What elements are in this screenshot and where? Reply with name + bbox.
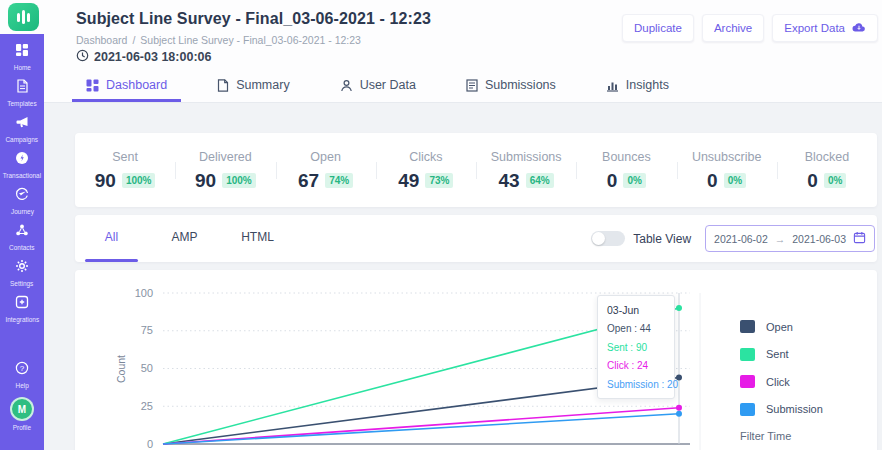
table-view-label: Table View xyxy=(633,232,691,246)
sidebar-item-label: Journey xyxy=(11,208,34,214)
stat-percent-badge: 73% xyxy=(425,173,453,188)
tooltip-row-sent: Sent : 90 xyxy=(607,342,674,353)
sidebar-item-label: Help xyxy=(15,382,28,388)
sidebar-item-label: Contacts xyxy=(9,244,34,250)
stat-delivered: Delivered 90100% xyxy=(175,149,275,192)
tab-label: Submissions xyxy=(485,78,556,92)
export-data-button[interactable]: Export Data xyxy=(772,14,878,42)
logo-bar xyxy=(27,13,30,22)
stats-summary-card: Sent 90100% Delivered 90100% Open 6774% … xyxy=(75,133,877,207)
stat-label: Clicks xyxy=(376,150,476,164)
legend-item-submission[interactable]: Submission xyxy=(740,403,823,416)
stat-percent-badge: 64% xyxy=(526,173,554,188)
engagement-chart-card: 0255075100Count 03-Jun Open : 44 Sent : … xyxy=(75,270,877,450)
filter-right-controls: Table View 2021-06-02 → 2021-06-03 xyxy=(591,215,875,262)
tab-label: User Data xyxy=(360,78,416,92)
stat-label: Delivered xyxy=(175,150,275,164)
stat-value: 90 xyxy=(95,170,116,192)
legend-swatch xyxy=(740,403,755,416)
subtab-all[interactable]: All xyxy=(75,215,148,262)
stat-percent-badge: 0% xyxy=(824,173,846,188)
people-network-icon xyxy=(15,223,29,241)
gear-icon xyxy=(15,259,29,277)
tab-submissions[interactable]: Submissions xyxy=(452,78,570,102)
sidebar-item-contacts[interactable]: Contacts xyxy=(0,223,44,251)
date-start: 2021-06-02 xyxy=(714,233,768,245)
date-end: 2021-06-03 xyxy=(792,233,846,245)
tooltip-row-click: Click : 24 xyxy=(607,360,674,371)
tab-user-data[interactable]: User Data xyxy=(326,78,430,102)
sidebar-item-journey[interactable]: Journey xyxy=(0,187,44,215)
paper-plane-icon xyxy=(15,187,29,205)
table-view-toggle[interactable] xyxy=(591,231,625,246)
mailmodo-logo[interactable] xyxy=(8,3,39,31)
sidebar-item-label: Settings xyxy=(10,280,33,286)
legend-item-open[interactable]: Open xyxy=(740,320,823,333)
date-range-arrow: → xyxy=(775,233,786,245)
stat-percent-badge: 100% xyxy=(122,173,156,188)
chart-filter-card: All AMP HTML Table View 2021-06-02 → 202… xyxy=(75,215,877,262)
sidebar-item-settings[interactable]: Settings xyxy=(0,259,44,287)
stat-value: 0 xyxy=(707,170,718,192)
header-actions: Duplicate Archive Export Data xyxy=(622,14,878,42)
sidebar-item-label: Templates xyxy=(7,100,36,106)
avatar-icon: M xyxy=(10,397,34,421)
sidebar-item-home[interactable]: Home xyxy=(0,43,44,71)
sidebar-item-help[interactable]: ? Help xyxy=(0,361,44,389)
legend-swatch xyxy=(740,320,755,333)
sidebar-item-label: Integrations xyxy=(5,316,39,322)
stat-clicks: Clicks 4973% xyxy=(376,149,476,192)
svg-text:75: 75 xyxy=(141,324,153,336)
svg-text:50: 50 xyxy=(141,362,153,374)
tab-dashboard[interactable]: Dashboard xyxy=(72,78,181,102)
sidebar-item-integrations[interactable]: Integrations xyxy=(0,295,44,323)
main-tabs: Dashboard Summary User Data Submissions … xyxy=(72,78,683,102)
campaign-timestamp: 2021-06-03 18:00:06 xyxy=(76,49,211,65)
svg-text:?: ? xyxy=(20,364,25,373)
legend-label: Sent xyxy=(766,348,789,360)
stat-percent-badge: 0% xyxy=(724,173,746,188)
stat-value: 67 xyxy=(298,170,319,192)
breadcrumb-root[interactable]: Dashboard xyxy=(76,34,127,46)
stat-label: Unsubscribe xyxy=(677,150,777,164)
tab-label: Summary xyxy=(236,78,289,92)
duplicate-button[interactable]: Duplicate xyxy=(622,14,694,42)
tab-label: Dashboard xyxy=(106,78,167,92)
date-range-picker[interactable]: 2021-06-02 → 2021-06-03 xyxy=(705,225,875,252)
person-icon xyxy=(340,79,353,92)
toggle-knob xyxy=(592,232,605,245)
legend-label: Submission xyxy=(766,403,823,415)
tab-summary[interactable]: Summary xyxy=(203,78,303,102)
stat-value: 43 xyxy=(499,170,520,192)
bar-chart-icon xyxy=(606,79,619,92)
sidebar-item-profile[interactable]: M Profile xyxy=(0,397,44,431)
sidebar-item-templates[interactable]: Templates xyxy=(0,79,44,107)
cloud-download-icon xyxy=(852,21,866,35)
page-title: Subject Line Survey - Final_03-06-2021 -… xyxy=(76,10,431,28)
chart-tooltip: 03-Jun Open : 44 Sent : 90 Click : 24 Su… xyxy=(597,295,675,399)
tab-insights[interactable]: Insights xyxy=(592,78,683,102)
svg-text:100: 100 xyxy=(135,287,153,299)
legend-item-sent[interactable]: Sent xyxy=(740,348,823,361)
stat-open: Open 6774% xyxy=(276,149,376,192)
chart-legend: Open Sent Click Submission xyxy=(740,320,823,430)
stat-value: 90 xyxy=(195,170,216,192)
page-header: Subject Line Survey - Final_03-06-2021 -… xyxy=(0,0,882,103)
legend-item-click[interactable]: Click xyxy=(740,375,823,388)
archive-button[interactable]: Archive xyxy=(702,14,764,42)
stat-label: Submissions xyxy=(476,150,576,164)
grid-icon xyxy=(15,43,29,61)
sidebar-nav: Home Templates Campaigns Transactional J… xyxy=(0,34,44,450)
subtab-amp[interactable]: AMP xyxy=(148,215,221,262)
stat-unsubscribe: Unsubscribe 00% xyxy=(677,149,777,192)
subtab-html[interactable]: HTML xyxy=(221,215,294,262)
calendar-icon xyxy=(853,231,866,246)
logo-bar xyxy=(17,13,20,22)
sidebar-item-label: Campaigns xyxy=(6,136,39,142)
stat-blocked: Blocked 00% xyxy=(777,149,877,192)
sidebar-item-campaigns[interactable]: Campaigns xyxy=(0,115,44,143)
survey-dashboard-page: { "app": { "accent_color": "#6C5CE7", "s… xyxy=(0,0,882,450)
filter-time-label: Filter Time xyxy=(740,430,791,442)
stat-submissions: Submissions 4364% xyxy=(476,149,576,192)
sidebar-item-transactional[interactable]: Transactional xyxy=(0,151,44,179)
